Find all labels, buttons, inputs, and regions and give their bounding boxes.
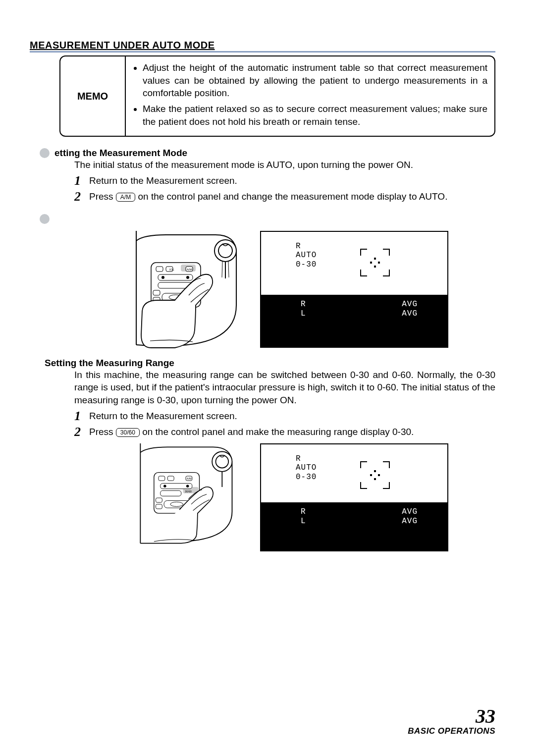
step-text: Return to the Measurement screen. (89, 174, 495, 187)
svg-point-15 (186, 276, 189, 279)
figure-row: IOL A/M R AUTO 0-30 (74, 231, 495, 350)
step-text: Return to the Measurement screen. (89, 410, 495, 423)
subsection-heading: Setting the Measuring Range (45, 358, 174, 369)
svg-text:IOL: IOL (169, 268, 174, 271)
screen-avg-label: AVG AVG (402, 507, 418, 526)
memo-item: Make the patient relaxed so as to secure… (143, 103, 487, 128)
range-key-icon: 30/60 (116, 428, 140, 437)
alignment-reticle-icon (360, 249, 390, 276)
body-text: The initial status of the measurement mo… (74, 159, 495, 171)
svg-rect-8 (156, 267, 163, 271)
memo-content: Adjust the height of the automatic instr… (126, 56, 494, 136)
step-number: 1 (74, 410, 84, 423)
svg-text:A/M: A/M (187, 268, 192, 271)
page-footer: 33 BASIC OPERATIONS (408, 706, 495, 736)
alignment-reticle-icon (360, 461, 390, 489)
svg-rect-38 (156, 498, 162, 502)
screen-status-text: R AUTO 0-30 (296, 454, 317, 482)
svg-point-14 (161, 276, 164, 279)
control-panel-illustration: IOL A/M (121, 231, 250, 350)
step-number: 1 (74, 174, 84, 187)
svg-rect-30 (167, 476, 174, 481)
step: 1 Return to the Measurement screen. (74, 410, 495, 423)
am-key-icon: A/M (116, 193, 135, 202)
screen-status-text: R AUTO 0-30 (296, 242, 317, 269)
svg-rect-17 (153, 290, 160, 295)
figure-row: A/M 30/60 R AUTO 0-30 (74, 443, 495, 552)
svg-rect-29 (159, 476, 165, 481)
svg-line-5 (228, 262, 229, 277)
step-text: Press 30/60 on the control panel and mak… (89, 426, 495, 438)
subsection-heading: etting the Measurement Mode (54, 148, 187, 159)
measurement-screen: R AUTO 0-30 R L AVG AVG (260, 231, 448, 348)
step-text: Press A/M on the control panel and chang… (89, 190, 495, 203)
bullet-icon (40, 214, 50, 224)
page-number: 33 (408, 706, 495, 726)
svg-point-34 (163, 485, 166, 487)
footer-section: BASIC OPERATIONS (408, 726, 495, 736)
memo-box: MEMO Adjust the height of the automatic … (59, 55, 495, 137)
screen-rl-label: R L (301, 300, 306, 318)
screen-avg-label: AVG AVG (402, 300, 418, 318)
control-panel-illustration: A/M 30/60 (121, 443, 250, 552)
svg-rect-37 (160, 490, 181, 496)
svg-text:A/M: A/M (187, 477, 192, 480)
svg-point-35 (186, 485, 189, 487)
svg-text:30/60: 30/60 (185, 490, 192, 493)
body-text: In this machine, the measuring range can… (74, 369, 495, 407)
measurement-screen: R AUTO 0-30 R L AVG AVG (260, 443, 448, 551)
svg-line-4 (222, 262, 222, 277)
svg-point-24 (212, 451, 232, 471)
bullet-icon (40, 148, 50, 158)
memo-label: MEMO (60, 56, 126, 136)
step-number: 2 (74, 426, 84, 438)
screen-rl-label: R L (301, 507, 306, 526)
memo-item: Adjust the height of the automatic instr… (143, 61, 487, 100)
svg-rect-39 (156, 504, 162, 509)
section-heading: MEASUREMENT UNDER AUTO MODE (30, 40, 495, 53)
step: 2 Press A/M on the control panel and cha… (74, 190, 495, 203)
step: 1 Return to the Measurement screen. (74, 174, 495, 187)
step-number: 2 (74, 190, 84, 203)
svg-point-1 (214, 240, 236, 262)
step: 2 Press 30/60 on the control panel and m… (74, 426, 495, 438)
